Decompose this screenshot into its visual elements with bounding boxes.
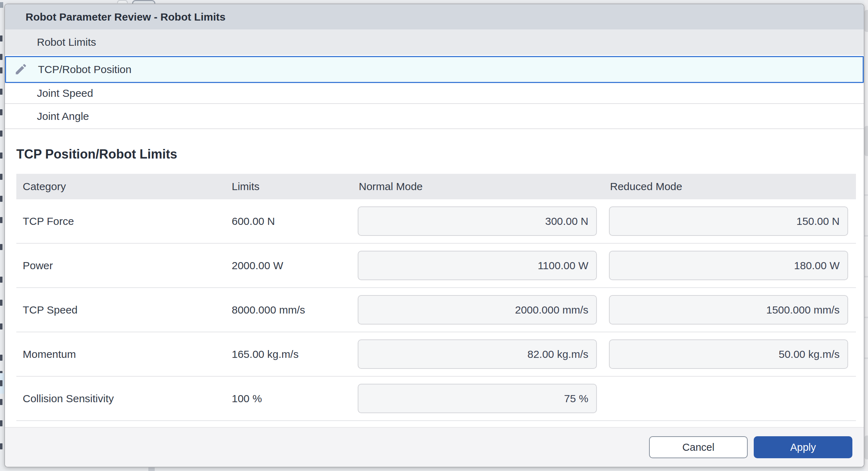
category-cell: Collision Sensitivity <box>16 393 232 405</box>
section-heading: TCP Position/Robot Limits <box>16 147 177 162</box>
column-header-category: Category <box>16 181 232 193</box>
nav-item-robot-limits[interactable]: Robot Limits <box>5 29 864 55</box>
column-header-limits: Limits <box>232 181 358 193</box>
background-left-strip <box>0 0 4 471</box>
background-line-fragment <box>864 358 868 359</box>
background-card-fragment <box>864 126 868 156</box>
limit-cell: 600.00 N <box>232 215 358 227</box>
nav-item-joint-angle[interactable]: Joint Angle <box>5 104 864 129</box>
truncated-text-fragment <box>0 277 2 283</box>
dialog-title: Robot Parameter Review - Robot Limits <box>26 11 225 23</box>
dialog-footer: Cancel Apply <box>5 427 864 467</box>
background-line-fragment <box>864 194 868 196</box>
category-cell: Power <box>16 260 232 272</box>
background-right-strip <box>864 0 868 471</box>
truncated-text-fragment <box>0 196 2 202</box>
pencil-icon <box>14 63 27 76</box>
truncated-text-fragment <box>0 380 2 386</box>
truncated-text-fragment <box>0 89 2 95</box>
background-tab-fragment <box>117 0 128 3</box>
truncated-text-fragment <box>0 323 2 329</box>
category-cell: TCP Force <box>16 215 232 227</box>
power-normal-input[interactable] <box>358 251 597 280</box>
limit-cell: 2000.00 W <box>232 260 358 272</box>
table-header-row: Category Limits Normal Mode Reduced Mode <box>16 174 856 199</box>
nav-item-label: Joint Speed <box>37 87 93 99</box>
truncated-text-fragment <box>0 109 2 115</box>
page: { "window": { "title": "Robot Parameter … <box>0 0 868 471</box>
background-card-fragment <box>864 10 868 32</box>
limits-table: Category Limits Normal Mode Reduced Mode… <box>16 174 856 421</box>
column-header-reduced-mode: Reduced Mode <box>609 181 856 193</box>
truncated-text-fragment <box>0 153 2 159</box>
truncated-text-fragment <box>0 355 2 361</box>
table-row: Power 2000.00 W <box>16 244 856 288</box>
column-header-normal-mode: Normal Mode <box>358 181 609 193</box>
limit-cell: 165.00 kg.m/s <box>232 348 358 360</box>
tcp-force-normal-input[interactable] <box>358 206 597 236</box>
category-cell: TCP Speed <box>16 304 232 316</box>
nav-item-tcp-robot-position[interactable]: TCP/Robot Position <box>5 56 864 83</box>
power-reduced-input[interactable] <box>609 251 848 280</box>
truncated-text-fragment <box>0 67 2 73</box>
table-row: Collision Sensitivity 100 % <box>16 377 856 421</box>
truncated-text-fragment <box>0 443 2 449</box>
truncated-text-fragment <box>0 174 2 180</box>
nav-item-label: Joint Angle <box>37 110 89 122</box>
robot-parameter-review-dialog: Robot Parameter Review - Robot Limits Ro… <box>4 4 864 467</box>
category-cell: Momentum <box>16 348 232 360</box>
momentum-reduced-input[interactable] <box>609 339 848 369</box>
tcp-force-reduced-input[interactable] <box>609 206 848 236</box>
nav-list: Robot Limits TCP/Robot Position Joint Sp… <box>5 29 864 129</box>
truncated-text-fragment <box>0 420 2 426</box>
tcp-speed-normal-input[interactable] <box>358 295 597 325</box>
table-row: TCP Force 600.00 N <box>16 199 856 244</box>
cancel-button[interactable]: Cancel <box>649 436 748 458</box>
background-scrollbar-fragment <box>148 467 155 471</box>
background-line-fragment <box>864 317 868 318</box>
collision-sensitivity-normal-input[interactable] <box>358 384 597 413</box>
truncated-icon-fragment <box>0 2 3 8</box>
limit-cell: 100 % <box>232 393 358 405</box>
tcp-speed-reduced-input[interactable] <box>609 295 848 325</box>
truncated-text-fragment <box>0 54 2 60</box>
dialog-titlebar: Robot Parameter Review - Robot Limits <box>5 4 864 29</box>
truncated-text-fragment <box>0 399 2 405</box>
apply-button[interactable]: Apply <box>754 436 852 458</box>
truncated-text-fragment <box>0 300 2 306</box>
nav-item-label: Robot Limits <box>37 36 96 48</box>
table-row: TCP Speed 8000.000 mm/s <box>16 288 856 332</box>
background-line-fragment <box>864 235 868 237</box>
background-card-fragment <box>864 436 868 459</box>
momentum-normal-input[interactable] <box>358 339 597 369</box>
truncated-text-fragment <box>0 217 2 223</box>
limit-cell: 8000.000 mm/s <box>232 304 358 316</box>
table-row: Momentum 165.00 kg.m/s <box>16 332 856 377</box>
truncated-text-fragment <box>0 35 2 41</box>
truncated-text-fragment <box>0 244 2 250</box>
nav-item-joint-speed[interactable]: Joint Speed <box>5 83 864 104</box>
truncated-text-fragment <box>0 131 2 137</box>
background-line-fragment <box>864 276 868 277</box>
